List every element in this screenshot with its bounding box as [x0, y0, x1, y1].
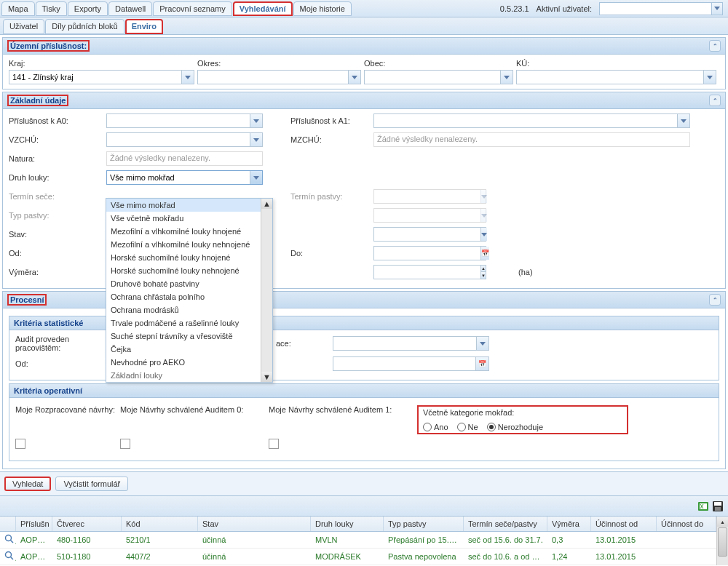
scroll-up-icon[interactable]: ▲	[261, 199, 272, 209]
dd-option[interactable]: Vše včetně mokřadu	[106, 212, 272, 225]
prisl-a0-combo[interactable]	[106, 113, 263, 128]
prisl-a0-input[interactable]	[107, 115, 250, 127]
prisl-a1-combo[interactable]	[373, 113, 690, 128]
tab-datawell[interactable]: Datawell	[108, 1, 152, 16]
scroll-thumb[interactable]	[718, 527, 727, 557]
radio-ne[interactable]: Ne	[457, 423, 478, 431]
chevron-down-icon[interactable]	[250, 171, 262, 184]
col-vymera[interactable]: Výměra	[547, 517, 591, 531]
dropdown-scrollbar[interactable]: ▲ ▼	[261, 199, 272, 382]
dd-option[interactable]: Horské suchomilné louky nehnojené	[106, 264, 272, 277]
col-ucinnost-od[interactable]: Účinnost od	[591, 517, 657, 531]
calendar-icon[interactable]	[475, 357, 488, 370]
dd-option[interactable]: Mezofilní a vlhkomilné louky hnojené	[106, 225, 272, 238]
col-druh-louky[interactable]: Druh louky	[311, 517, 384, 531]
magnifier-icon[interactable]	[4, 551, 15, 561]
tab-mapa[interactable]: Mapa	[1, 1, 35, 16]
ace-combo[interactable]	[333, 336, 489, 351]
collapse-process-icon[interactable]: ⌃	[709, 294, 721, 306]
grid-scrollbar[interactable]: ▲	[716, 517, 728, 565]
vymera-to-input[interactable]	[374, 266, 480, 278]
subtab-enviro[interactable]: Enviro	[125, 19, 163, 34]
natura-field[interactable]: Žádné výsledky nenalezeny.	[106, 151, 263, 166]
subtab-uzivatel[interactable]: Uživatel	[3, 19, 44, 34]
scroll-down-icon[interactable]: ▼	[261, 372, 272, 382]
spinner-icon[interactable]: ▲▼	[480, 266, 486, 279]
okres-combo[interactable]	[197, 70, 361, 84]
chevron-down-icon[interactable]	[500, 71, 513, 84]
vzchu-input[interactable]	[107, 134, 250, 146]
dd-option[interactable]: Základní louky	[106, 369, 272, 382]
collapse-territory-icon[interactable]: ⌃	[709, 40, 721, 52]
druh-louky-combo[interactable]	[106, 170, 263, 185]
process-od-date[interactable]	[333, 356, 489, 371]
stav-combo[interactable]	[373, 227, 486, 242]
chevron-down-icon[interactable]	[250, 114, 262, 127]
chevron-down-icon[interactable]	[703, 71, 716, 84]
process-od-input[interactable]	[333, 358, 475, 370]
chevron-down-icon[interactable]	[711, 3, 722, 15]
scroll-up-icon[interactable]: ▲	[717, 517, 728, 527]
druh-louky-dropdown-list[interactable]: Vše mimo mokřad Vše včetně mokřadu Mezof…	[106, 198, 273, 383]
kraj-combo[interactable]	[9, 70, 194, 84]
col-stav[interactable]: Stav	[198, 517, 311, 531]
tab-vyhledavani[interactable]: Vyhledávání	[233, 1, 293, 16]
vymera-to-spinner[interactable]: ▲▼	[373, 265, 486, 279]
okres-input[interactable]	[198, 71, 348, 83]
stav-input[interactable]	[374, 228, 480, 240]
tab-exporty[interactable]: Exporty	[68, 1, 108, 16]
dd-option[interactable]: Ochrana chřástala polního	[106, 290, 272, 303]
obec-input[interactable]	[365, 71, 500, 83]
vzchu-combo[interactable]	[106, 132, 263, 147]
chevron-down-icon[interactable]	[181, 71, 194, 84]
subtab-dily-pudnich-bloku[interactable]: Díly půdních bloků	[45, 19, 124, 34]
dd-option[interactable]: Nevhodné pro AEKO	[106, 356, 272, 369]
active-user-dropdown[interactable]	[599, 2, 723, 15]
ku-combo[interactable]	[516, 70, 716, 84]
dd-option[interactable]: Čejka	[106, 343, 272, 356]
dd-option[interactable]: Mezofilní a vlhkomilné louky nehnojené	[106, 238, 272, 251]
col-typ-pastvy[interactable]: Typ pastvy	[384, 517, 464, 531]
do-input[interactable]	[374, 247, 480, 259]
dd-option[interactable]: Horské suchomilné louky hnojené	[106, 251, 272, 264]
chevron-down-icon[interactable]	[348, 71, 360, 84]
vyhledat-button[interactable]: Vyhledat	[4, 477, 51, 491]
col-kod[interactable]: Kód	[122, 517, 198, 531]
dd-option[interactable]: Ochrana modrásků	[106, 303, 272, 316]
chevron-down-icon[interactable]	[476, 337, 488, 350]
tab-moje-historie[interactable]: Moje historie	[293, 1, 352, 16]
col-termin[interactable]: Termín seče/pastvy	[464, 517, 547, 531]
chevron-down-icon[interactable]	[677, 114, 689, 127]
prisl-a1-input[interactable]	[374, 115, 677, 127]
radio-ano[interactable]: Ano	[423, 423, 448, 431]
col-ctverec[interactable]: Čtverec	[52, 517, 122, 531]
mzchu-field[interactable]: Žádné výsledky nenalezeny.	[373, 132, 690, 147]
export-excel-icon[interactable]	[697, 501, 709, 512]
col-prislusn[interactable]: Příslušn	[16, 517, 52, 531]
ku-input[interactable]	[517, 71, 703, 83]
dd-option[interactable]: Druhově bohaté pastviny	[106, 277, 272, 290]
chevron-down-icon[interactable]	[250, 133, 262, 146]
radio-nerozhoduje[interactable]: Nerozhoduje	[487, 423, 543, 431]
dd-option[interactable]: Suché stepní trávníky a vřesoviště	[106, 330, 272, 343]
tab-tisky[interactable]: Tisky	[36, 1, 67, 16]
ace-input[interactable]	[333, 338, 476, 349]
moje-audit0-checkbox[interactable]	[120, 439, 130, 449]
save-icon[interactable]	[712, 501, 724, 512]
table-row[interactable]: AOP… 510-1180 4407/2 účinná MODRÁSEK Pas…	[0, 549, 716, 565]
magnifier-icon[interactable]	[4, 534, 15, 544]
col-ucinnost-do[interactable]: Účinnost do	[657, 517, 716, 531]
moje-audit1-checkbox[interactable]	[269, 439, 279, 449]
collapse-basic-icon[interactable]: ⌃	[709, 95, 721, 106]
calendar-icon[interactable]	[480, 247, 489, 260]
dd-option[interactable]: Trvale podmáčené a rašelinné louky	[106, 316, 272, 330]
table-row[interactable]: AOP… 480-1160 5210/1 účinná MVLN Přepásá…	[0, 532, 716, 549]
moje-rozprac-checkbox[interactable]	[15, 439, 25, 449]
druh-louky-input[interactable]	[107, 172, 250, 183]
obec-combo[interactable]	[364, 70, 513, 84]
chevron-down-icon[interactable]	[480, 228, 487, 241]
tab-pracovni-seznamy[interactable]: Pracovní seznamy	[153, 1, 232, 16]
vycistit-button[interactable]: Vyčistit formulář	[55, 477, 128, 491]
kraj-input[interactable]	[9, 71, 181, 83]
dd-option[interactable]: Vše mimo mokřad	[106, 199, 272, 212]
